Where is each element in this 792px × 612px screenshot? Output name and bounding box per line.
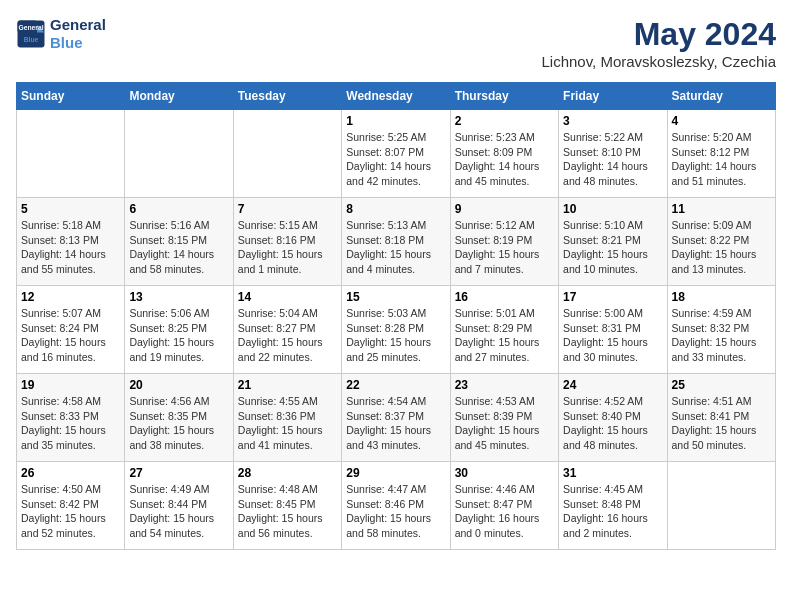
- calendar-week-row: 5Sunrise: 5:18 AM Sunset: 8:13 PM Daylig…: [17, 198, 776, 286]
- calendar-cell: 9Sunrise: 5:12 AM Sunset: 8:19 PM Daylig…: [450, 198, 558, 286]
- day-number: 9: [455, 202, 554, 216]
- calendar-cell: 14Sunrise: 5:04 AM Sunset: 8:27 PM Dayli…: [233, 286, 341, 374]
- weekday-header: Saturday: [667, 83, 775, 110]
- weekday-header: Friday: [559, 83, 667, 110]
- day-number: 3: [563, 114, 662, 128]
- calendar-cell: [125, 110, 233, 198]
- weekday-header: Wednesday: [342, 83, 450, 110]
- calendar-cell: 28Sunrise: 4:48 AM Sunset: 8:45 PM Dayli…: [233, 462, 341, 550]
- calendar: SundayMondayTuesdayWednesdayThursdayFrid…: [16, 82, 776, 550]
- day-number: 8: [346, 202, 445, 216]
- day-info: Sunrise: 4:56 AM Sunset: 8:35 PM Dayligh…: [129, 394, 228, 453]
- day-number: 23: [455, 378, 554, 392]
- logo-blue: Blue: [50, 34, 106, 52]
- calendar-cell: 20Sunrise: 4:56 AM Sunset: 8:35 PM Dayli…: [125, 374, 233, 462]
- day-number: 30: [455, 466, 554, 480]
- day-info: Sunrise: 4:47 AM Sunset: 8:46 PM Dayligh…: [346, 482, 445, 541]
- logo-general: General: [50, 16, 106, 34]
- calendar-cell: 26Sunrise: 4:50 AM Sunset: 8:42 PM Dayli…: [17, 462, 125, 550]
- day-info: Sunrise: 5:12 AM Sunset: 8:19 PM Dayligh…: [455, 218, 554, 277]
- day-info: Sunrise: 5:18 AM Sunset: 8:13 PM Dayligh…: [21, 218, 120, 277]
- day-number: 13: [129, 290, 228, 304]
- calendar-cell: [233, 110, 341, 198]
- day-number: 4: [672, 114, 771, 128]
- calendar-cell: 3Sunrise: 5:22 AM Sunset: 8:10 PM Daylig…: [559, 110, 667, 198]
- calendar-week-row: 12Sunrise: 5:07 AM Sunset: 8:24 PM Dayli…: [17, 286, 776, 374]
- day-info: Sunrise: 5:09 AM Sunset: 8:22 PM Dayligh…: [672, 218, 771, 277]
- day-info: Sunrise: 5:07 AM Sunset: 8:24 PM Dayligh…: [21, 306, 120, 365]
- day-info: Sunrise: 5:23 AM Sunset: 8:09 PM Dayligh…: [455, 130, 554, 189]
- calendar-cell: 23Sunrise: 4:53 AM Sunset: 8:39 PM Dayli…: [450, 374, 558, 462]
- calendar-cell: 15Sunrise: 5:03 AM Sunset: 8:28 PM Dayli…: [342, 286, 450, 374]
- calendar-cell: 29Sunrise: 4:47 AM Sunset: 8:46 PM Dayli…: [342, 462, 450, 550]
- weekday-header: Thursday: [450, 83, 558, 110]
- title-block: May 2024 Lichnov, Moravskoslezsky, Czech…: [541, 16, 776, 70]
- day-info: Sunrise: 4:49 AM Sunset: 8:44 PM Dayligh…: [129, 482, 228, 541]
- day-number: 25: [672, 378, 771, 392]
- day-info: Sunrise: 5:15 AM Sunset: 8:16 PM Dayligh…: [238, 218, 337, 277]
- day-info: Sunrise: 4:51 AM Sunset: 8:41 PM Dayligh…: [672, 394, 771, 453]
- calendar-cell: 22Sunrise: 4:54 AM Sunset: 8:37 PM Dayli…: [342, 374, 450, 462]
- day-number: 21: [238, 378, 337, 392]
- day-number: 11: [672, 202, 771, 216]
- calendar-cell: 10Sunrise: 5:10 AM Sunset: 8:21 PM Dayli…: [559, 198, 667, 286]
- day-number: 2: [455, 114, 554, 128]
- day-info: Sunrise: 5:13 AM Sunset: 8:18 PM Dayligh…: [346, 218, 445, 277]
- day-number: 31: [563, 466, 662, 480]
- day-number: 20: [129, 378, 228, 392]
- logo: General Blue General Blue: [16, 16, 106, 52]
- day-info: Sunrise: 4:53 AM Sunset: 8:39 PM Dayligh…: [455, 394, 554, 453]
- calendar-week-row: 26Sunrise: 4:50 AM Sunset: 8:42 PM Dayli…: [17, 462, 776, 550]
- day-info: Sunrise: 4:59 AM Sunset: 8:32 PM Dayligh…: [672, 306, 771, 365]
- svg-text:General: General: [18, 24, 43, 31]
- day-info: Sunrise: 4:50 AM Sunset: 8:42 PM Dayligh…: [21, 482, 120, 541]
- calendar-cell: 1Sunrise: 5:25 AM Sunset: 8:07 PM Daylig…: [342, 110, 450, 198]
- day-number: 22: [346, 378, 445, 392]
- day-info: Sunrise: 5:01 AM Sunset: 8:29 PM Dayligh…: [455, 306, 554, 365]
- calendar-cell: 6Sunrise: 5:16 AM Sunset: 8:15 PM Daylig…: [125, 198, 233, 286]
- day-number: 24: [563, 378, 662, 392]
- calendar-cell: 18Sunrise: 4:59 AM Sunset: 8:32 PM Dayli…: [667, 286, 775, 374]
- calendar-cell: 21Sunrise: 4:55 AM Sunset: 8:36 PM Dayli…: [233, 374, 341, 462]
- calendar-week-row: 19Sunrise: 4:58 AM Sunset: 8:33 PM Dayli…: [17, 374, 776, 462]
- calendar-cell: 19Sunrise: 4:58 AM Sunset: 8:33 PM Dayli…: [17, 374, 125, 462]
- day-info: Sunrise: 5:22 AM Sunset: 8:10 PM Dayligh…: [563, 130, 662, 189]
- day-info: Sunrise: 4:52 AM Sunset: 8:40 PM Dayligh…: [563, 394, 662, 453]
- day-number: 12: [21, 290, 120, 304]
- day-info: Sunrise: 4:58 AM Sunset: 8:33 PM Dayligh…: [21, 394, 120, 453]
- svg-text:Blue: Blue: [24, 36, 39, 43]
- day-info: Sunrise: 5:16 AM Sunset: 8:15 PM Dayligh…: [129, 218, 228, 277]
- month-title: May 2024: [541, 16, 776, 53]
- day-info: Sunrise: 4:55 AM Sunset: 8:36 PM Dayligh…: [238, 394, 337, 453]
- day-info: Sunrise: 4:46 AM Sunset: 8:47 PM Dayligh…: [455, 482, 554, 541]
- day-number: 17: [563, 290, 662, 304]
- day-number: 10: [563, 202, 662, 216]
- calendar-cell: [667, 462, 775, 550]
- calendar-week-row: 1Sunrise: 5:25 AM Sunset: 8:07 PM Daylig…: [17, 110, 776, 198]
- logo-icon: General Blue: [16, 19, 46, 49]
- calendar-cell: 25Sunrise: 4:51 AM Sunset: 8:41 PM Dayli…: [667, 374, 775, 462]
- weekday-header: Monday: [125, 83, 233, 110]
- calendar-cell: 24Sunrise: 4:52 AM Sunset: 8:40 PM Dayli…: [559, 374, 667, 462]
- calendar-cell: 8Sunrise: 5:13 AM Sunset: 8:18 PM Daylig…: [342, 198, 450, 286]
- calendar-cell: 5Sunrise: 5:18 AM Sunset: 8:13 PM Daylig…: [17, 198, 125, 286]
- weekday-header: Tuesday: [233, 83, 341, 110]
- calendar-header-row: SundayMondayTuesdayWednesdayThursdayFrid…: [17, 83, 776, 110]
- calendar-cell: 11Sunrise: 5:09 AM Sunset: 8:22 PM Dayli…: [667, 198, 775, 286]
- day-number: 14: [238, 290, 337, 304]
- day-info: Sunrise: 5:04 AM Sunset: 8:27 PM Dayligh…: [238, 306, 337, 365]
- day-info: Sunrise: 5:00 AM Sunset: 8:31 PM Dayligh…: [563, 306, 662, 365]
- calendar-cell: 16Sunrise: 5:01 AM Sunset: 8:29 PM Dayli…: [450, 286, 558, 374]
- day-number: 28: [238, 466, 337, 480]
- calendar-cell: 17Sunrise: 5:00 AM Sunset: 8:31 PM Dayli…: [559, 286, 667, 374]
- day-info: Sunrise: 4:48 AM Sunset: 8:45 PM Dayligh…: [238, 482, 337, 541]
- day-number: 16: [455, 290, 554, 304]
- day-number: 19: [21, 378, 120, 392]
- day-number: 26: [21, 466, 120, 480]
- calendar-cell: 12Sunrise: 5:07 AM Sunset: 8:24 PM Dayli…: [17, 286, 125, 374]
- calendar-cell: 27Sunrise: 4:49 AM Sunset: 8:44 PM Dayli…: [125, 462, 233, 550]
- calendar-cell: 31Sunrise: 4:45 AM Sunset: 8:48 PM Dayli…: [559, 462, 667, 550]
- day-info: Sunrise: 4:54 AM Sunset: 8:37 PM Dayligh…: [346, 394, 445, 453]
- calendar-cell: 2Sunrise: 5:23 AM Sunset: 8:09 PM Daylig…: [450, 110, 558, 198]
- day-number: 6: [129, 202, 228, 216]
